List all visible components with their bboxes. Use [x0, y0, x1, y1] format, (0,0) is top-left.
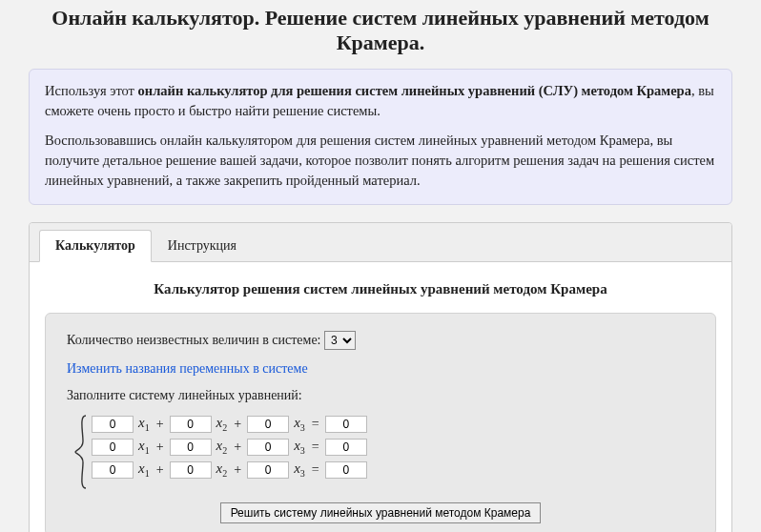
intro-paragraph-1: Используя этот онлайн калькулятор для ре…	[45, 81, 716, 121]
plus-op: +	[232, 462, 243, 478]
solve-button[interactable]: Решить систему линейных уравнений методо…	[220, 502, 542, 523]
coeff-r2-c3[interactable]	[247, 439, 289, 456]
tab-instructions[interactable]: Инструкция	[152, 230, 253, 262]
plus-op: +	[154, 417, 166, 432]
content-title: Калькулятор решения систем линейных урав…	[45, 281, 716, 297]
rhs-r3[interactable]	[325, 461, 367, 479]
var-x1: x1	[137, 415, 151, 433]
plus-op: +	[232, 417, 243, 432]
coeff-r3-c1[interactable]	[92, 461, 134, 479]
var-x3: x3	[293, 438, 306, 456]
coeff-r1-c3[interactable]	[247, 416, 289, 433]
tab-content: Калькулятор решения систем линейных урав…	[30, 262, 731, 532]
page-title: Онлайн калькулятор. Решение систем линей…	[0, 0, 761, 63]
rename-variables-link[interactable]: Изменить названия переменных в системе	[67, 361, 308, 376]
var-x2: x2	[216, 460, 229, 479]
unknowns-select[interactable]: 3	[324, 331, 356, 350]
equation-row-2: x1 + x2 + x3 =	[92, 438, 367, 456]
unknowns-label: Количество неизвестных величин в системе…	[67, 333, 321, 347]
eq-op: =	[310, 462, 321, 478]
tabs-bar: Калькулятор Инструкция	[30, 223, 731, 262]
intro-p1-prefix: Используя этот	[45, 83, 138, 98]
var-x2: x2	[216, 415, 229, 433]
left-brace-icon	[74, 415, 88, 489]
rhs-r2[interactable]	[325, 439, 367, 456]
coeff-r3-c3[interactable]	[247, 461, 289, 479]
var-x1: x1	[137, 460, 151, 479]
equation-row-1: x1 + x2 + x3 =	[92, 415, 367, 433]
coeff-r1-c1[interactable]	[92, 416, 134, 433]
intro-p1-bold: онлайн калькулятор для решения систем ли…	[138, 83, 691, 98]
var-x1: x1	[137, 438, 151, 456]
coeff-r2-c1[interactable]	[92, 439, 134, 456]
intro-paragraph-2: Воспользовавшись онлайн калькулятором дл…	[45, 131, 716, 191]
intro-box: Используя этот онлайн калькулятор для ре…	[29, 69, 732, 205]
coeff-r1-c2[interactable]	[170, 416, 212, 433]
equation-system: x1 + x2 + x3 = x1	[74, 415, 694, 489]
plus-op: +	[154, 440, 166, 455]
coeff-r3-c2[interactable]	[170, 461, 212, 479]
var-x3: x3	[293, 415, 306, 433]
eq-op: =	[310, 417, 321, 432]
calculator-panel: Количество неизвестных величин в системе…	[45, 313, 716, 532]
fill-label: Заполните систему линейных уравнений:	[67, 388, 694, 403]
rhs-r1[interactable]	[325, 416, 367, 433]
unknowns-row: Количество неизвестных величин в системе…	[67, 331, 694, 350]
plus-op: +	[232, 440, 243, 455]
plus-op: +	[154, 462, 166, 478]
equation-rows: x1 + x2 + x3 = x1	[88, 415, 367, 489]
tabs-container: Калькулятор Инструкция Калькулятор решен…	[29, 222, 732, 532]
equation-row-3: x1 + x2 + x3 =	[92, 460, 367, 479]
var-x2: x2	[216, 438, 229, 456]
eq-op: =	[310, 440, 321, 455]
var-x3: x3	[293, 460, 306, 479]
coeff-r2-c2[interactable]	[170, 439, 212, 456]
tab-calculator[interactable]: Калькулятор	[39, 230, 152, 262]
